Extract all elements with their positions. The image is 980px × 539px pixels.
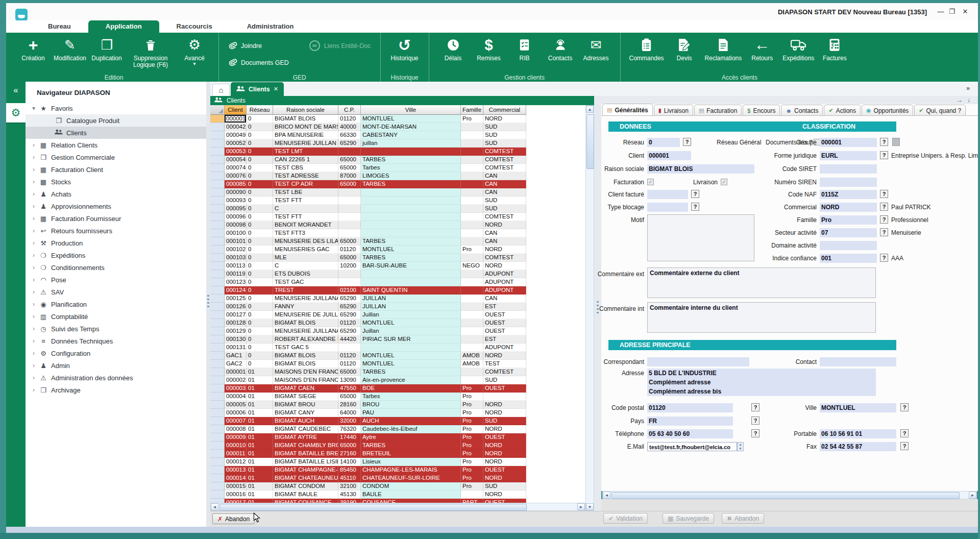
cell-commercial[interactable]: EST xyxy=(483,335,526,344)
sidebar-item-conditionnements[interactable]: ›❍Conditionnements xyxy=(26,261,206,274)
cell-commercial[interactable]: CAN xyxy=(483,237,526,246)
scroll-right-icon[interactable]: ► xyxy=(577,503,585,510)
chevron-right-icon[interactable]: › xyxy=(30,276,38,283)
table-row[interactable]: 0001230TEST GACADUPONT xyxy=(210,278,585,286)
cell-ville[interactable] xyxy=(361,188,461,197)
table-row[interactable]: 00000301BIGMAT CAEN47550BOEProOUEST xyxy=(210,384,585,393)
row-gutter[interactable] xyxy=(210,286,225,295)
cell-cp[interactable]: 65000 xyxy=(338,180,361,188)
cell-client[interactable]: 000126 xyxy=(225,303,247,311)
cell-reseau[interactable]: 0 xyxy=(247,197,273,205)
cell-famille[interactable]: Pro xyxy=(461,482,483,491)
ribbon-button-reclamations[interactable]: Reclamations xyxy=(702,34,745,62)
sidebar-item-pose[interactable]: ›◠Pose xyxy=(26,274,206,286)
pays-help-button[interactable]: ? xyxy=(751,416,760,425)
cell-ville[interactable]: Juillan xyxy=(361,327,461,335)
menu-tab-administration[interactable]: Administration xyxy=(230,20,311,33)
cell-client[interactable]: 000127 xyxy=(225,311,247,319)
table-row[interactable]: 00001501BIGMAT CONDOM32100CONDOMProSUD xyxy=(210,482,585,491)
row-gutter[interactable] xyxy=(210,344,225,352)
cell-famille[interactable]: Pro xyxy=(461,417,483,425)
table-row[interactable]: GAC20BIGMAT BLOIS01120MONTLUELAMOBTEST xyxy=(210,360,585,368)
table-row[interactable]: 00000401BIGMAT SIEGE65000TarbesPro xyxy=(210,393,585,401)
cell-reseau[interactable]: 0 xyxy=(247,278,273,286)
cell-commercial[interactable]: NORD xyxy=(483,262,526,270)
cell-cp[interactable]: 40000 xyxy=(338,123,361,131)
cell-client[interactable]: 000119 xyxy=(225,270,247,278)
row-gutter[interactable] xyxy=(210,401,225,409)
cell-reseau[interactable]: 0 xyxy=(247,270,273,278)
cell-famille[interactable] xyxy=(461,229,483,237)
contact-field[interactable] xyxy=(820,357,896,366)
row-gutter[interactable] xyxy=(210,115,225,123)
cell-client[interactable]: 000100 xyxy=(225,229,247,237)
cell-raison-sociale[interactable]: TEST CP ADR xyxy=(273,180,338,188)
cell-reseau[interactable]: 0 xyxy=(247,213,273,221)
table-row[interactable]: 0000010BIGMAT BLOIS01120MONTLUELProNORD xyxy=(210,115,585,123)
cell-ville[interactable]: TARBES xyxy=(361,442,461,450)
cell-reseau[interactable]: 01 xyxy=(247,425,273,433)
panel-tab-qui-quand-[interactable]: ✔Qui, quand ? xyxy=(914,105,966,116)
cell-reseau[interactable]: 0 xyxy=(247,123,273,131)
close-button[interactable]: ✕ xyxy=(960,8,971,15)
table-row[interactable]: 00000201MAISONS D'EN FRANCE13090Aix-en-p… xyxy=(210,376,585,384)
cell-ville[interactable] xyxy=(361,213,461,221)
cell-commercial[interactable]: NORD xyxy=(483,425,526,433)
cell-commercial[interactable]: SUD xyxy=(483,139,526,148)
chevron-right-icon[interactable]: › xyxy=(30,141,38,149)
cell-famille[interactable]: Pro xyxy=(461,393,483,401)
cell-famille[interactable] xyxy=(461,213,483,221)
row-gutter[interactable] xyxy=(210,425,225,433)
chevron-right-icon[interactable]: › xyxy=(30,178,38,185)
panel-tab-contacts[interactable]: ☻Contacts xyxy=(781,105,823,116)
row-gutter[interactable] xyxy=(210,246,225,254)
cell-famille[interactable] xyxy=(461,148,483,156)
adresse-ligne1-field[interactable]: 5 BLD DE L'INDUSTRIE xyxy=(647,369,876,378)
cell-reseau[interactable]: 0 xyxy=(247,311,273,319)
cell-client[interactable]: 000076 xyxy=(225,172,247,180)
row-gutter[interactable] xyxy=(210,491,225,499)
cell-raison-sociale[interactable]: C xyxy=(273,262,338,270)
chevron-right-icon[interactable]: › xyxy=(30,239,38,247)
cell-reseau[interactable]: 01 xyxy=(247,491,273,499)
row-gutter[interactable] xyxy=(210,482,225,491)
cell-cp[interactable]: 44420 xyxy=(338,335,361,344)
chevron-right-icon[interactable]: › xyxy=(30,374,38,381)
secteur-activite-help-button[interactable]: ? xyxy=(880,228,888,236)
cell-ville[interactable]: TARBES xyxy=(361,180,461,188)
row-gutter[interactable] xyxy=(210,213,225,221)
row-gutter[interactable] xyxy=(210,433,225,442)
ribbon-button-délais[interactable]: Délais xyxy=(435,34,471,62)
table-row[interactable]: 0000540CAN 22265 165000TARBESCOMTEST xyxy=(210,156,585,164)
cell-client[interactable]: 000010 xyxy=(225,442,247,450)
table-row[interactable]: 0001270MENUISERIE DE JUILLAN65290Juillan… xyxy=(210,311,585,319)
cell-famille[interactable] xyxy=(461,270,483,278)
cell-commercial[interactable]: ADUPONT xyxy=(483,286,526,295)
cell-client[interactable]: 000074 xyxy=(225,164,247,172)
row-gutter[interactable] xyxy=(210,254,225,262)
cell-reseau[interactable]: 01 xyxy=(247,376,273,384)
cell-commercial[interactable]: SUD xyxy=(483,197,526,205)
cell-cp[interactable] xyxy=(338,213,361,221)
row-gutter[interactable] xyxy=(210,148,225,156)
cell-cp[interactable] xyxy=(338,148,361,156)
cell-famille[interactable]: Pro xyxy=(461,474,483,482)
famille-field[interactable]: Pro xyxy=(820,215,877,225)
cell-raison-sociale[interactable]: C xyxy=(273,205,338,213)
cell-commercial[interactable]: SUD xyxy=(483,417,526,425)
cell-ville[interactable]: Tarbes xyxy=(361,393,461,401)
cell-ville[interactable]: Aytre xyxy=(361,433,461,442)
cell-reseau[interactable]: 0 xyxy=(247,237,273,246)
row-gutter[interactable] xyxy=(210,393,225,401)
cell-client[interactable]: 000001 xyxy=(225,368,247,376)
cell-commercial[interactable]: SUD xyxy=(483,123,526,131)
cell-client[interactable]: 000014 xyxy=(225,474,247,482)
cell-raison-sociale[interactable]: BIGMAT BLOIS xyxy=(273,319,338,327)
table-row[interactable]: 0000960TEST FTTCOMTEST xyxy=(210,213,585,221)
chevron-right-icon[interactable]: › xyxy=(30,252,38,259)
commentaire-ext-textarea[interactable]: Commentaire externe du client xyxy=(647,267,876,298)
numero-siren-field[interactable] xyxy=(820,178,877,187)
cell-reseau[interactable]: 0 xyxy=(247,246,273,254)
cell-client[interactable]: 000095 xyxy=(225,205,247,213)
cell-cp[interactable] xyxy=(338,278,361,286)
